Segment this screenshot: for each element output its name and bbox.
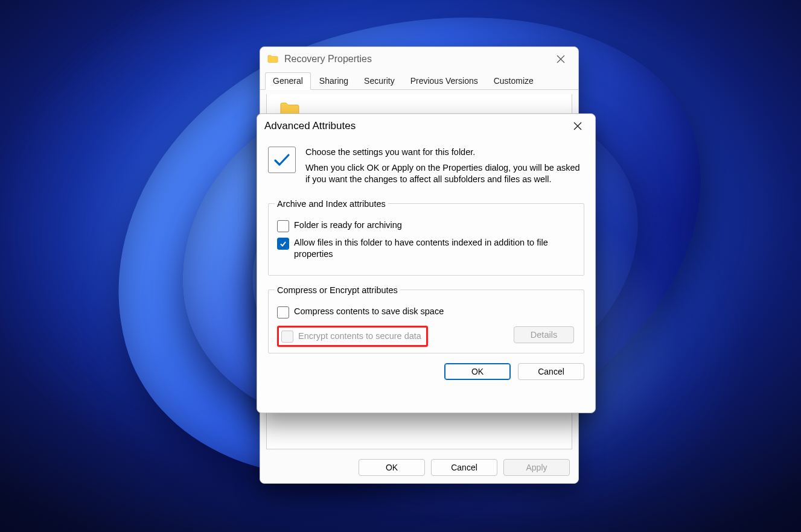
compress-encrypt-group: Compress or Encrypt attributes Compress … [268, 285, 584, 353]
properties-apply-button[interactable]: Apply [503, 459, 570, 476]
compress-checkbox[interactable] [277, 306, 289, 318]
encrypt-checkbox [281, 331, 293, 343]
index-checkbox[interactable] [277, 238, 289, 250]
properties-cancel-button[interactable]: Cancel [431, 459, 497, 476]
compress-checkbox-label: Compress contents to save disk space [294, 306, 444, 318]
advanced-attributes-dialog: Advanced Attributes Choose the settings … [257, 113, 596, 413]
properties-tabs: General Sharing Security Previous Versio… [260, 71, 578, 90]
advanced-cancel-button[interactable]: Cancel [518, 363, 584, 380]
tab-general[interactable]: General [265, 72, 311, 90]
dialog-icon [268, 147, 296, 173]
encrypt-checkbox-label: Encrypt contents to secure data [298, 331, 421, 341]
tab-previous-versions[interactable]: Previous Versions [403, 73, 485, 89]
tab-sharing[interactable]: Sharing [312, 73, 356, 89]
encrypt-highlight-box: Encrypt contents to secure data [277, 326, 428, 347]
advanced-titlebar[interactable]: Advanced Attributes [257, 114, 595, 138]
folder-icon [267, 54, 278, 64]
details-button[interactable]: Details [514, 326, 574, 343]
close-icon [557, 55, 565, 63]
archive-index-group-title: Archive and Index attributes [275, 199, 388, 209]
properties-title: Recovery Properties [284, 54, 547, 65]
properties-button-bar: OK Cancel Apply [359, 459, 570, 476]
advanced-title: Advanced Attributes [264, 120, 564, 132]
index-checkbox-label: Allow files in this folder to have conte… [294, 237, 575, 261]
dialog-intro-text: Choose the settings you want for this fo… [305, 147, 584, 189]
archive-checkbox-label: Folder is ready for archiving [294, 220, 402, 232]
properties-titlebar[interactable]: Recovery Properties [260, 47, 578, 71]
properties-close-button[interactable] [547, 49, 575, 69]
compress-encrypt-group-title: Compress or Encrypt attributes [275, 285, 400, 295]
advanced-ok-button[interactable]: OK [444, 363, 511, 380]
tab-security[interactable]: Security [357, 73, 402, 89]
archive-checkbox[interactable] [277, 220, 289, 232]
checkmark-icon [273, 153, 291, 167]
properties-ok-button[interactable]: OK [359, 459, 425, 476]
advanced-button-bar: OK Cancel [257, 353, 595, 390]
archive-index-group: Archive and Index attributes Folder is r… [268, 199, 584, 276]
advanced-close-button[interactable] [564, 116, 592, 136]
close-icon [573, 122, 582, 130]
tab-customize[interactable]: Customize [487, 73, 541, 89]
